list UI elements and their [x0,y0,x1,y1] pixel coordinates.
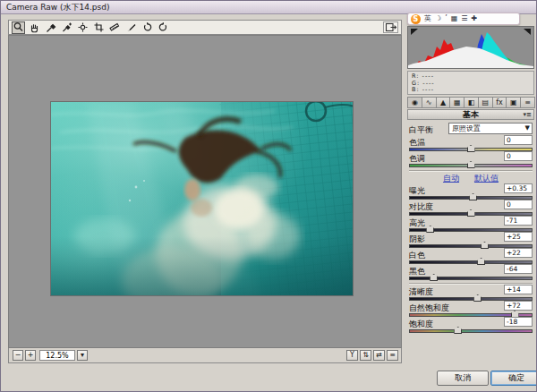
slider-value-field[interactable]: -71 [504,216,533,226]
slider-thumb[interactable] [467,145,475,152]
rotate-left-icon[interactable] [141,21,154,34]
slider-tint: 色调 0 [409,153,533,169]
slider-thumb[interactable] [473,294,482,302]
fullwidth-toggle-icon[interactable]: ☽ [435,13,441,24]
soft-keyboard-icon[interactable]: ▦ [451,13,458,24]
shadow-clipping-icon [411,29,418,35]
rgb-readout: R: ---- G: ---- B: ---- [407,71,534,95]
toggle-fullscreen-icon[interactable] [383,21,398,33]
cancel-button[interactable]: 取消 [437,371,489,386]
tab-basic[interactable]: ◉ [407,97,422,108]
status-bar: − + 12.5% ▾ Y ⇅ ⇄ ≡ [8,348,402,363]
zoom-tool-icon[interactable] [12,21,25,34]
slider-value-field[interactable]: +22 [504,248,533,258]
slider-value-field[interactable]: +72 [504,301,533,311]
tab-detail[interactable]: ▲ [436,97,451,108]
slider-saturation: 饱和度 -18 [409,319,533,335]
slider-value-field[interactable]: +14 [504,285,533,294]
preview-toggle-icon[interactable]: Y [346,350,358,361]
white-balance-value: 原照设置 [452,124,481,132]
slider-track[interactable] [409,277,533,280]
ime-toolbar[interactable]: S 英 ☽ ’ ▦ ☰ ✚ [407,13,520,25]
tab-lens-corrections[interactable]: ▤ [478,97,493,108]
slider-value-field[interactable]: +0.35 [504,183,533,193]
highlight-clipping-icon [524,29,531,35]
panel-tabs: ◉ ∿ ▲ ▦ ◧ ▤ fx ▣ ≡ [407,97,534,108]
straighten-tool-icon[interactable] [108,21,122,34]
slider-value-field[interactable]: -18 [504,317,533,327]
white-balance-tool-icon[interactable] [44,21,57,34]
zoom-level-value: 12.5% [39,350,75,361]
preview-image[interactable] [50,101,354,296]
section-header: 基本 ▾≡ [407,109,534,120]
divider [409,170,533,172]
white-balance-label: 白平衡 [409,124,433,136]
white-balance-select[interactable]: 原照设置 ▼ [448,123,533,134]
slider-thumb[interactable] [477,258,485,265]
view-menu-icon[interactable]: ≡ [387,350,398,361]
language-toggle-icon[interactable]: 英 [424,13,431,24]
tab-effects[interactable]: fx [492,97,507,108]
hand-tool-icon[interactable] [28,21,41,34]
adjustments-panel: S 英 ☽ ’ ▦ ☰ ✚ R: --- [405,15,536,366]
ime-settings-icon[interactable]: ✚ [471,13,477,24]
before-after-icon[interactable]: ⇅ [360,350,371,361]
slider-value-field[interactable]: -64 [504,264,533,274]
tab-camera-calibration[interactable]: ▣ [506,97,521,108]
b-channel-label: B: [412,86,420,93]
ok-button[interactable]: 确定 [490,371,537,386]
slider-value-field[interactable]: +25 [504,232,533,242]
zoom-in-button[interactable]: + [25,350,36,361]
targeted-adjustment-tool-icon[interactable] [76,21,90,34]
b-channel-value: ---- [422,86,434,93]
histogram [407,26,534,69]
punctuation-toggle-icon[interactable]: ’ [445,13,448,24]
slider-value-field[interactable]: 0 [504,135,533,145]
white-balance-row: 白平衡 原照设置 ▼ [409,123,533,135]
default-link[interactable]: 默认值 [474,174,499,183]
tab-presets[interactable]: ≡ [520,97,535,108]
slider-thumb[interactable] [430,274,438,281]
slider-blacks: 黑色 -64 [409,266,533,282]
tab-split-toning[interactable]: ◧ [464,97,479,108]
zoom-level-dropdown[interactable]: ▾ [77,350,88,361]
slider-value-field[interactable]: 0 [504,151,533,161]
tab-tone-curve[interactable]: ∿ [422,97,437,108]
slider-value-field[interactable]: 0 [504,200,533,209]
adjustment-brush-tool-icon[interactable] [124,21,138,34]
color-sampler-tool-icon[interactable] [60,21,73,34]
camera-raw-dialog: Camera Raw (水下14.psd) [0,0,537,392]
chevron-down-icon: ▼ [525,124,530,133]
section-menu-icon[interactable]: ▾≡ [524,110,532,120]
window-title: Camera Raw (水下14.psd) [6,3,109,12]
section-title: 基本 [463,110,479,119]
slider-thumb[interactable] [454,327,462,334]
tools-toolbar [8,20,402,35]
sogou-logo-icon[interactable]: S [411,14,421,24]
zoom-out-button[interactable]: − [13,350,23,361]
auto-link[interactable]: 自动 [443,174,459,183]
slider-track[interactable] [409,329,533,333]
slider-thumb[interactable] [481,242,489,249]
slider-thumb[interactable] [469,193,477,200]
preview-controls: Y ⇅ ⇄ ≡ [346,350,398,361]
tab-hsl-grayscale[interactable]: ▦ [449,97,465,108]
ime-menu-icon[interactable]: ☰ [461,13,467,24]
rotate-right-icon[interactable] [157,21,170,34]
slider-thumb[interactable] [467,161,475,168]
swap-settings-icon[interactable]: ⇄ [373,350,385,361]
preview-canvas[interactable] [8,35,402,348]
crop-tool-icon[interactable] [92,21,106,34]
slider-thumb[interactable] [426,226,434,233]
slider-thumb[interactable] [467,209,475,217]
